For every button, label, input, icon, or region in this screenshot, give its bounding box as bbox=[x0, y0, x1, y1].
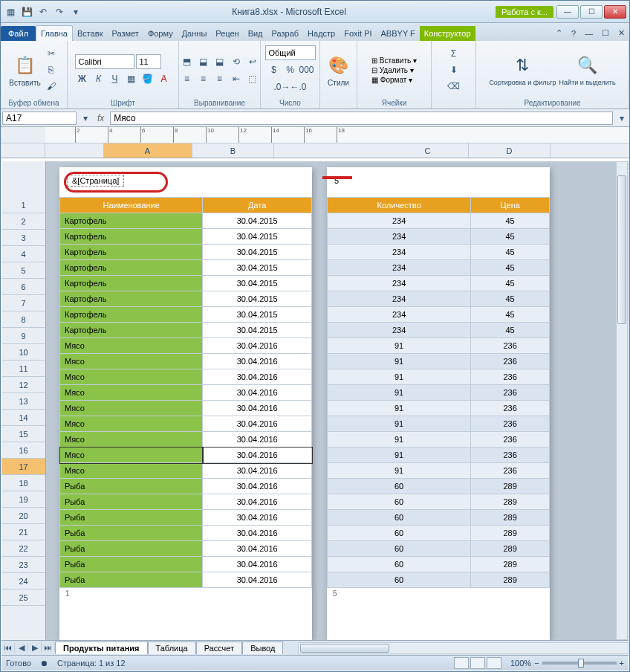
cell-name[interactable]: Картофель bbox=[60, 307, 203, 323]
table-row[interactable]: 91236 bbox=[328, 354, 550, 369]
cell-name[interactable]: Картофель bbox=[60, 245, 203, 260]
zoom-out-icon[interactable]: − bbox=[534, 659, 539, 668]
ribbon-min-icon[interactable]: ⌃ bbox=[551, 25, 567, 41]
cell-name[interactable]: Картофель bbox=[60, 260, 203, 276]
wb-close-icon[interactable]: ✕ bbox=[614, 25, 629, 41]
cell-value[interactable]: 289 bbox=[471, 572, 550, 588]
view-normal-icon[interactable] bbox=[454, 657, 469, 669]
col-header-date[interactable]: Дата bbox=[203, 198, 312, 213]
cell-value[interactable]: 289 bbox=[471, 510, 550, 526]
table-row[interactable]: Картофель30.04.2015 bbox=[60, 276, 312, 291]
qat-dropdown-icon[interactable]: ▾ bbox=[69, 5, 82, 19]
border-icon[interactable]: ▦ bbox=[124, 71, 139, 86]
italic-icon[interactable]: К bbox=[91, 71, 106, 86]
cell-value[interactable]: 45 bbox=[471, 213, 550, 229]
cell-name[interactable]: Картофель bbox=[60, 276, 203, 291]
table-row[interactable]: 91236 bbox=[328, 432, 550, 448]
underline-icon[interactable]: Ч bbox=[108, 71, 123, 86]
row-header[interactable]: 5 bbox=[1, 262, 45, 279]
row-header[interactable]: 1 bbox=[1, 197, 45, 213]
cell-value[interactable]: 289 bbox=[471, 541, 550, 557]
table-row[interactable]: 60289 bbox=[328, 479, 550, 494]
cell-date[interactable]: 30.04.2016 bbox=[203, 572, 312, 588]
row-header[interactable]: 6 bbox=[1, 279, 45, 295]
clear-icon[interactable]: ⌫ bbox=[446, 79, 461, 94]
tab-formulas[interactable]: Форму bbox=[143, 26, 178, 41]
cell-name[interactable]: Мясо bbox=[60, 338, 203, 354]
cell-value[interactable]: 60 bbox=[328, 479, 471, 494]
font-size-combo[interactable]: 11 bbox=[136, 54, 161, 69]
cell-value[interactable]: 45 bbox=[471, 260, 550, 276]
table-row[interactable]: Рыба30.04.2016 bbox=[60, 526, 312, 541]
cell-name[interactable]: Мясо bbox=[60, 401, 203, 416]
table-row[interactable]: Мясо30.04.2016 bbox=[60, 432, 312, 448]
table-row[interactable]: Мясо30.04.2016 bbox=[60, 338, 312, 354]
row-header[interactable]: 2 bbox=[1, 213, 45, 230]
cell-name[interactable]: Картофель bbox=[60, 229, 203, 245]
cell-value[interactable]: 289 bbox=[471, 479, 550, 494]
percent-icon[interactable]: % bbox=[283, 62, 298, 77]
table-row[interactable]: Картофель30.04.2015 bbox=[60, 229, 312, 245]
cell-date[interactable]: 30.04.2015 bbox=[203, 276, 312, 291]
wrap-text-icon[interactable]: ↩ bbox=[245, 54, 260, 69]
cell-value[interactable]: 234 bbox=[328, 276, 471, 291]
row-header[interactable]: 22 bbox=[1, 540, 45, 557]
row-header[interactable]: 4 bbox=[1, 246, 45, 262]
wb-restore-icon[interactable]: ☐ bbox=[597, 25, 614, 41]
cell-name[interactable]: Рыба bbox=[60, 479, 203, 494]
cell-value[interactable]: 289 bbox=[471, 526, 550, 541]
cell-value[interactable]: 234 bbox=[328, 229, 471, 245]
row-header[interactable]: 9 bbox=[1, 328, 45, 344]
currency-icon[interactable]: $ bbox=[267, 62, 282, 77]
table-row[interactable]: 23445 bbox=[328, 260, 550, 276]
table-row[interactable]: Картофель30.04.2015 bbox=[60, 260, 312, 276]
table-row[interactable]: Мясо30.04.2016 bbox=[60, 369, 312, 385]
tab-nav-prev-icon[interactable]: ◀ bbox=[15, 643, 28, 653]
table-row[interactable]: 60289 bbox=[328, 541, 550, 557]
table-row[interactable]: 91236 bbox=[328, 401, 550, 416]
sheet-tab-table[interactable]: Таблица bbox=[148, 642, 196, 654]
table-row[interactable]: Картофель30.04.2015 bbox=[60, 323, 312, 338]
cell-date[interactable]: 30.04.2016 bbox=[203, 510, 312, 526]
row-header[interactable]: 8 bbox=[1, 311, 45, 328]
table-row[interactable]: 23445 bbox=[328, 307, 550, 323]
cell-date[interactable]: 30.04.2015 bbox=[203, 307, 312, 323]
cell-name[interactable]: Рыба bbox=[60, 510, 203, 526]
minimize-button[interactable]: — bbox=[556, 5, 579, 19]
table-row[interactable]: 91236 bbox=[328, 369, 550, 385]
sort-filter-button[interactable]: ⇅ Сортировка и фильтр bbox=[489, 54, 556, 86]
cell-date[interactable]: 30.04.2015 bbox=[203, 323, 312, 338]
scroll-thumb[interactable] bbox=[617, 175, 626, 324]
cell-value[interactable]: 91 bbox=[328, 463, 471, 479]
col-header-a[interactable]: A bbox=[103, 143, 192, 158]
table-row[interactable]: 91236 bbox=[328, 463, 550, 479]
horizontal-scrollbar[interactable] bbox=[298, 642, 629, 654]
table-row[interactable]: Мясо30.04.2016 bbox=[60, 385, 312, 401]
cell-value[interactable]: 234 bbox=[328, 307, 471, 323]
table-row[interactable]: Мясо30.04.2016 bbox=[60, 354, 312, 369]
table-row[interactable]: Картофель30.04.2015 bbox=[60, 291, 312, 307]
macro-record-icon[interactable]: ⏺ bbox=[40, 659, 48, 668]
row-header[interactable]: 13 bbox=[1, 393, 45, 410]
cell-date[interactable]: 30.04.2016 bbox=[203, 416, 312, 432]
col-header-c[interactable]: C bbox=[387, 143, 469, 158]
table-row[interactable]: Картофель30.04.2015 bbox=[60, 213, 312, 229]
wb-min-icon[interactable]: — bbox=[580, 26, 597, 41]
table-row[interactable]: Рыба30.04.2016 bbox=[60, 557, 312, 572]
tab-foxit[interactable]: Foxit PI bbox=[340, 26, 376, 41]
cell-name[interactable]: Мясо bbox=[60, 416, 203, 432]
fill-icon[interactable]: ⬇ bbox=[446, 62, 461, 77]
bold-icon[interactable]: Ж bbox=[75, 71, 90, 86]
name-box[interactable]: A17 bbox=[2, 112, 77, 125]
cell-value[interactable]: 234 bbox=[328, 291, 471, 307]
hscroll-thumb[interactable] bbox=[300, 644, 389, 653]
paste-button[interactable]: 📋 Вставить bbox=[9, 54, 40, 87]
table-row[interactable]: Мясо30.04.2016 bbox=[60, 463, 312, 479]
merge-icon[interactable]: ⬚ bbox=[245, 71, 260, 86]
row-header[interactable]: 17 bbox=[1, 459, 45, 475]
row-header[interactable]: 20 bbox=[1, 508, 45, 524]
cell-date[interactable]: 30.04.2016 bbox=[203, 448, 312, 463]
cell-value[interactable]: 45 bbox=[471, 245, 550, 260]
cell-date[interactable]: 30.04.2015 bbox=[203, 291, 312, 307]
tab-home[interactable]: Главна bbox=[36, 25, 73, 41]
